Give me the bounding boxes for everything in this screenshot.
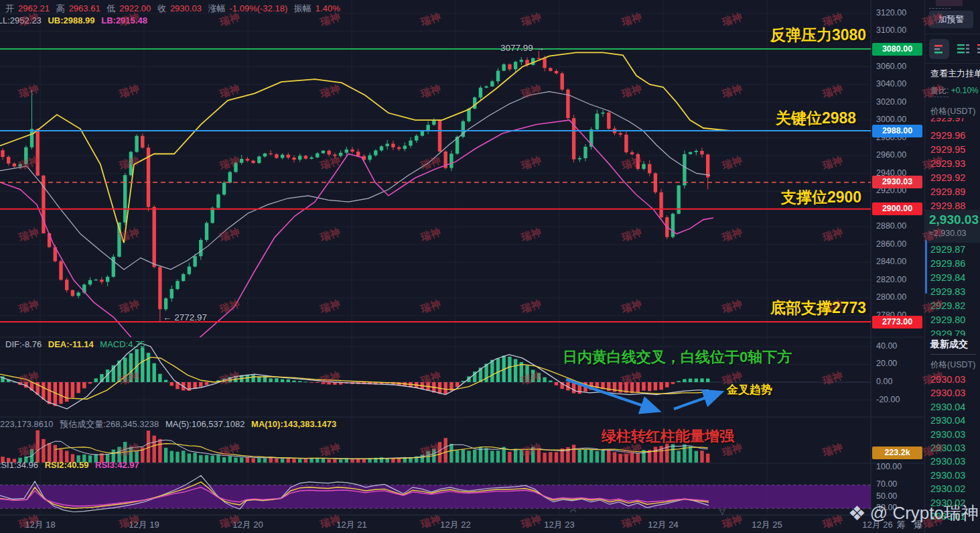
orderbook-mode-list-icon[interactable] bbox=[953, 39, 973, 59]
orderbook-price-header: 价格(USDT) bbox=[930, 106, 975, 117]
channel-watermark: ❖ @ Crypto瑞神 bbox=[848, 501, 979, 525]
macd-value: MACD:4.75 bbox=[100, 339, 145, 349]
ohlc-bar: 开2962.21 高2963.61 低2922.00 收2930.03 涨幅-1… bbox=[5, 3, 344, 15]
volume-ma5-value: MA(5):106,537.1082 bbox=[165, 419, 245, 429]
trade-row[interactable]: 2930.03 bbox=[930, 442, 965, 453]
dea-value: DEA:-11.14 bbox=[48, 339, 94, 349]
orderbook-panel: 加预警 查看主力挂单情 量比: +0.10% 价格(USDT) 2929.97 … bbox=[924, 0, 980, 533]
bid-row[interactable]: 2929.80 bbox=[930, 314, 965, 325]
price-tick: 3040.00 bbox=[876, 79, 906, 88]
trade-row[interactable]: 2930.03 bbox=[930, 388, 965, 398]
price-axis[interactable]: 3120.003100.003060.003040.003020.003000.… bbox=[871, 0, 924, 515]
bid-row[interactable]: 2929.86 bbox=[930, 258, 965, 269]
rsi-indicator-row: RSI1:34.96 RSI2:40.59 RSI3:42.97 bbox=[0, 460, 143, 470]
price-tick: 3120.00 bbox=[876, 8, 906, 17]
level-price-label: 2773.00 bbox=[872, 316, 922, 329]
price-tick: 2960.00 bbox=[876, 150, 906, 160]
chart-annotation: 反弹压力3080 bbox=[770, 25, 866, 46]
level-price-label: 2988.00 bbox=[872, 125, 922, 137]
price-chart-svg[interactable] bbox=[0, 0, 924, 533]
open-value: 2962.21 bbox=[18, 3, 50, 13]
binance-logo-icon: ❖ bbox=[848, 504, 866, 524]
level-price-label: 3080.00 bbox=[872, 43, 922, 56]
rsi2-value: RSI2:40.59 bbox=[45, 460, 89, 470]
ask-row[interactable]: 2929.92 bbox=[930, 172, 965, 183]
volume-ma10-value: MA(10):143,383.1473 bbox=[251, 419, 336, 429]
ask-row[interactable]: 2929.89 bbox=[930, 186, 965, 197]
last-price-block[interactable]: 2,930.03 ≈2,930.03 bbox=[925, 210, 980, 243]
bid-row[interactable]: 2929.83 bbox=[930, 286, 965, 297]
chart-annotation: 底部支撑2773 bbox=[770, 298, 866, 318]
time-axis-label: 12月 20 bbox=[232, 519, 263, 531]
ask-row-partial[interactable]: 2929.97 bbox=[930, 118, 965, 126]
close-label: 收 bbox=[157, 3, 166, 13]
trade-row[interactable]: 2930.03 bbox=[930, 374, 965, 385]
change-label: 涨幅 bbox=[208, 3, 226, 13]
volume-indicator-row: 223,173.8610 预估成交量:268,345.3238 MA(5):10… bbox=[0, 418, 340, 430]
price-tick: 2840.00 bbox=[876, 257, 906, 266]
price-tick: 3000.00 bbox=[876, 115, 906, 124]
est-volume-value: 预估成交量:268,345.3238 bbox=[60, 419, 159, 429]
time-axis-label: 12月 22 bbox=[440, 519, 471, 531]
orderbook-mode-both-icon[interactable] bbox=[929, 39, 949, 59]
price-tick: 2820.00 bbox=[876, 275, 906, 284]
time-axis[interactable]: 12月 1812月 1912月 2012月 2112月 2212月 2312月 … bbox=[0, 515, 980, 533]
trade-row[interactable]: 2930.03 bbox=[930, 470, 965, 481]
ask-row[interactable]: 2929.93 bbox=[930, 158, 965, 169]
trade-row[interactable]: 2930.03 bbox=[930, 456, 965, 467]
trade-row[interactable]: 2930.04 bbox=[930, 402, 965, 412]
trade-row[interactable]: 2930.03 bbox=[930, 429, 965, 440]
price-tick: 2800.00 bbox=[876, 292, 906, 302]
macd-tick: 40.00 bbox=[876, 341, 897, 351]
trade-row[interactable]: 2930.02 bbox=[930, 483, 965, 494]
macd-tick: -20.00 bbox=[876, 395, 900, 404]
bid-row[interactable]: 2929.87 bbox=[930, 244, 965, 255]
chart-annotation: 关键位2988 bbox=[776, 108, 856, 129]
orderbook-scrollbar[interactable] bbox=[925, 240, 927, 294]
chart-annotation: 支撑位2900 bbox=[781, 187, 861, 208]
divider bbox=[930, 354, 976, 355]
rsi3-value: RSI3:42.97 bbox=[95, 460, 139, 470]
volume-value: 223,173.8610 bbox=[0, 419, 54, 429]
price-tick: 2860.00 bbox=[876, 239, 906, 249]
chart-event-icon[interactable]: ◠ bbox=[570, 508, 577, 516]
trade-row[interactable]: 2930.04 bbox=[930, 415, 965, 426]
divider bbox=[925, 63, 980, 64]
amplitude-value: 1.40% bbox=[316, 3, 340, 13]
volume-ratio-row: 量比: +0.10% bbox=[930, 85, 979, 97]
boll-lb-value: LB:2915.48 bbox=[101, 15, 147, 25]
ask-row[interactable]: 2929.95 bbox=[930, 144, 965, 155]
divider bbox=[925, 34, 980, 34]
macd-indicator-row: DIF:-8.76 DEA:-11.14 MACD:4.75 bbox=[5, 339, 149, 349]
change-value: -1.09%(-32.18) bbox=[230, 3, 288, 13]
last-price: 2,930.03 bbox=[929, 213, 979, 227]
volume-ratio-label: 量比: bbox=[930, 86, 949, 97]
volume-ratio-value: +0.10% bbox=[951, 86, 979, 95]
current-volume-label: 223.2k bbox=[872, 447, 922, 459]
time-axis-label: 12月 24 bbox=[648, 519, 679, 531]
price-extreme-marker: 3077.99 → bbox=[500, 43, 545, 53]
bid-row[interactable]: 2929.82 bbox=[930, 300, 965, 311]
clipped-top-dashes bbox=[929, 8, 951, 9]
level-price-label: 2930.03 bbox=[872, 176, 922, 188]
clipped-top-widget bbox=[936, 0, 963, 6]
main-orders-link[interactable]: 查看主力挂单情 bbox=[930, 68, 980, 80]
chart-caret-icon[interactable]: ▽ bbox=[719, 508, 725, 516]
close-value: 2930.03 bbox=[170, 3, 202, 13]
bid-row-partial[interactable]: 2929.79 bbox=[930, 329, 965, 336]
orderbook-mode-asks-icon[interactable] bbox=[976, 39, 980, 59]
time-axis-label: 12月 19 bbox=[129, 519, 159, 531]
price-tick: 3060.00 bbox=[876, 62, 906, 71]
price-tick: 3020.00 bbox=[876, 97, 906, 107]
add-alert-button[interactable]: 加预警 bbox=[929, 11, 973, 28]
low-label: 低 bbox=[107, 3, 115, 13]
bid-row[interactable]: 2929.84 bbox=[930, 272, 965, 283]
ask-row[interactable]: 2929.96 bbox=[930, 130, 965, 141]
time-axis-label: 12月 23 bbox=[544, 519, 575, 531]
high-label: 高 bbox=[56, 3, 65, 13]
rsi-tick: 70.00 bbox=[876, 479, 897, 489]
rsi-tick: 100.00 bbox=[876, 462, 902, 471]
rsi-tick: 50.00 bbox=[876, 491, 897, 501]
trading-terminal: 开2962.21 高2963.61 低2922.00 收2930.03 涨幅-1… bbox=[0, 0, 980, 533]
time-axis-label: 12月 25 bbox=[752, 519, 782, 531]
